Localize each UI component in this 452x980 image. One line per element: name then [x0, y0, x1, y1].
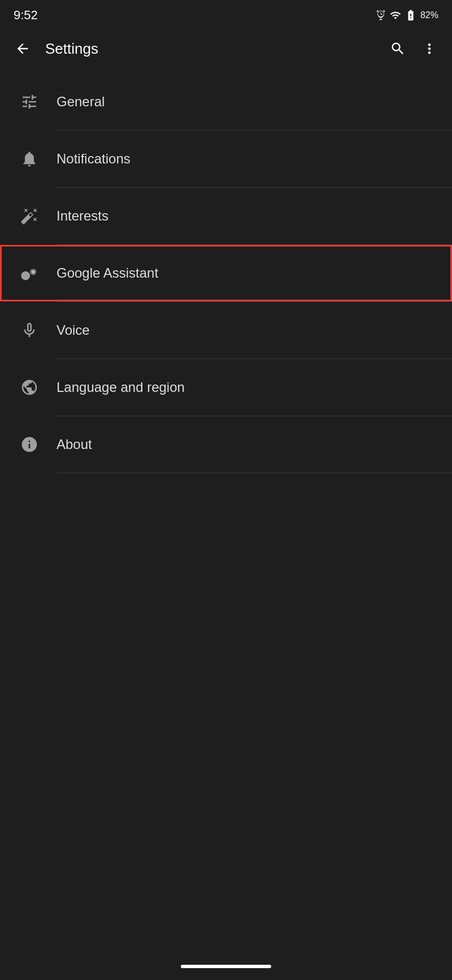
back-button[interactable] [9, 35, 36, 62]
assistant-icon-container [14, 257, 45, 289]
battery-icon [405, 9, 417, 21]
google-assistant-label: Google Assistant [45, 265, 158, 281]
signal-icon [390, 10, 401, 21]
more-vertical-icon [421, 41, 437, 57]
more-options-button[interactable] [416, 35, 443, 62]
language-icon [20, 378, 38, 396]
app-bar: Settings [0, 28, 452, 69]
notifications-label: Notifications [45, 151, 131, 167]
app-bar-actions [384, 35, 443, 62]
page-title: Settings [36, 40, 384, 58]
interests-label: Interests [45, 208, 108, 224]
settings-item-general[interactable]: General [0, 74, 452, 130]
about-icon [20, 435, 38, 454]
settings-list: General Notifications Interests [0, 74, 452, 473]
status-bar: 9:52 82% [0, 0, 452, 28]
settings-item-google-assistant[interactable]: Google Assistant [0, 245, 452, 301]
general-icon [20, 93, 38, 111]
settings-item-notifications[interactable]: Notifications [0, 131, 452, 187]
alarm-icon [375, 10, 386, 21]
settings-item-about[interactable]: About [0, 416, 452, 473]
settings-item-interests[interactable]: Interests [0, 188, 452, 244]
search-icon [390, 41, 406, 57]
about-label: About [45, 437, 92, 452]
home-indicator [181, 965, 271, 968]
settings-item-voice[interactable]: Voice [0, 302, 452, 359]
general-label: General [45, 94, 105, 110]
settings-item-language[interactable]: Language and region [0, 359, 452, 416]
divider-about [56, 473, 452, 473]
interests-icon [20, 207, 38, 225]
wand-icon-container [14, 200, 45, 232]
svg-point-0 [21, 271, 30, 280]
battery-percent: 82% [420, 10, 438, 20]
search-button[interactable] [384, 35, 411, 62]
status-icons: 82% [375, 9, 438, 21]
bottom-bar [0, 953, 452, 980]
notifications-icon [20, 150, 38, 168]
info-icon-container [14, 429, 45, 460]
back-arrow-icon [15, 41, 31, 57]
voice-label: Voice [45, 322, 90, 338]
mic-icon-container [14, 314, 45, 346]
bell-icon-container [14, 143, 45, 175]
voice-icon [20, 321, 38, 339]
svg-point-2 [32, 270, 35, 274]
google-assistant-icon [19, 263, 40, 283]
globe-icon-container [14, 372, 45, 403]
status-time: 9:52 [14, 8, 38, 23]
sliders-icon-container [14, 86, 45, 118]
language-label: Language and region [45, 379, 185, 395]
